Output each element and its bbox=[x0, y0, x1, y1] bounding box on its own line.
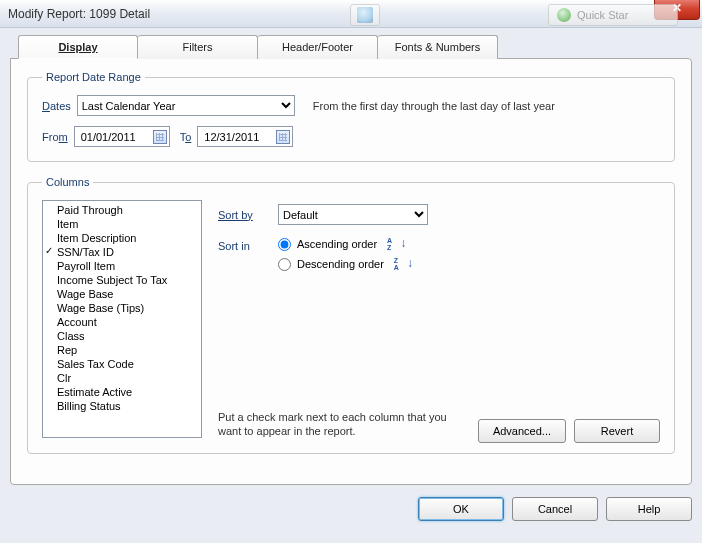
column-item[interactable]: Account bbox=[43, 315, 201, 329]
columns-legend: Columns bbox=[42, 176, 93, 188]
sort-in-label: Sort in bbox=[218, 237, 268, 252]
from-label: From bbox=[42, 131, 68, 143]
to-label: To bbox=[180, 131, 192, 143]
calendar-icon[interactable] bbox=[153, 130, 167, 144]
sort-asc-radio[interactable] bbox=[278, 238, 291, 251]
tab-panel-display: Report Date Range Dates Last Calendar Ye… bbox=[10, 58, 692, 485]
sort-by-label: Sort by bbox=[218, 209, 268, 221]
sort-asc-icon: AZ bbox=[387, 237, 392, 251]
column-item[interactable]: Wage Base bbox=[43, 287, 201, 301]
column-item[interactable]: Item Description bbox=[43, 231, 201, 245]
tab-fonts-numbers[interactable]: Fonts & Numbers bbox=[378, 35, 498, 59]
bg-icon-2 bbox=[557, 8, 571, 22]
column-item[interactable]: Estimate Active bbox=[43, 385, 201, 399]
column-item[interactable]: SSN/Tax ID bbox=[43, 245, 201, 259]
bg-toolbar-button-2: Quick Star bbox=[548, 4, 678, 26]
from-date-field[interactable] bbox=[74, 126, 170, 147]
tabstrip: Display Filters Header/Footer Fonts & Nu… bbox=[18, 34, 692, 58]
arrow-down-icon: ↓ bbox=[407, 256, 413, 270]
from-date-input[interactable] bbox=[79, 130, 149, 144]
revert-button[interactable]: Revert bbox=[574, 419, 660, 443]
columns-hint: Put a check mark next to each column tha… bbox=[218, 410, 448, 438]
columns-listbox[interactable]: Paid ThroughItemItem DescriptionSSN/Tax … bbox=[42, 200, 202, 438]
bg-toolbar-button-1 bbox=[350, 4, 380, 26]
to-date-field[interactable] bbox=[197, 126, 293, 147]
arrow-down-icon: ↓ bbox=[400, 236, 406, 250]
sort-desc-icon: ZA bbox=[394, 257, 399, 271]
sort-by-select[interactable]: Default bbox=[278, 204, 428, 225]
sort-desc-label: Descending order bbox=[297, 258, 384, 270]
bg-label-2: Quick Star bbox=[577, 9, 628, 21]
column-item[interactable]: Wage Base (Tips) bbox=[43, 301, 201, 315]
column-item[interactable]: Item bbox=[43, 217, 201, 231]
tab-display[interactable]: Display bbox=[18, 35, 138, 59]
column-item[interactable]: Payroll Item bbox=[43, 259, 201, 273]
column-item[interactable]: Paid Through bbox=[43, 203, 201, 217]
column-item[interactable]: Class bbox=[43, 329, 201, 343]
help-button[interactable]: Help bbox=[606, 497, 692, 521]
date-range-legend: Report Date Range bbox=[42, 71, 145, 83]
dates-hint: From the first day through the last day … bbox=[313, 100, 555, 112]
sort-asc-option[interactable]: Ascending order AZ↓ bbox=[278, 237, 413, 251]
sort-asc-label: Ascending order bbox=[297, 238, 377, 250]
advanced-button[interactable]: Advanced... bbox=[478, 419, 566, 443]
window-title: Modify Report: 1099 Detail bbox=[8, 7, 150, 21]
tab-header-footer[interactable]: Header/Footer bbox=[258, 35, 378, 59]
column-item[interactable]: Sales Tax Code bbox=[43, 357, 201, 371]
to-date-input[interactable] bbox=[202, 130, 272, 144]
dialog-button-row: OK Cancel Help bbox=[10, 497, 692, 521]
columns-group: Columns Paid ThroughItemItem Description… bbox=[27, 176, 675, 454]
calendar-icon[interactable] bbox=[276, 130, 290, 144]
sort-desc-radio[interactable] bbox=[278, 258, 291, 271]
column-item[interactable]: Rep bbox=[43, 343, 201, 357]
date-range-group: Report Date Range Dates Last Calendar Ye… bbox=[27, 71, 675, 162]
ok-button[interactable]: OK bbox=[418, 497, 504, 521]
bg-icon-1 bbox=[357, 7, 373, 23]
cancel-button[interactable]: Cancel bbox=[512, 497, 598, 521]
dates-preset-select[interactable]: Last Calendar Year bbox=[77, 95, 295, 116]
column-item[interactable]: Clr bbox=[43, 371, 201, 385]
dates-label: Dates bbox=[42, 100, 71, 112]
sort-desc-option[interactable]: Descending order ZA↓ bbox=[278, 257, 413, 271]
column-item[interactable]: Income Subject To Tax bbox=[43, 273, 201, 287]
column-item[interactable]: Billing Status bbox=[43, 399, 201, 413]
tab-filters[interactable]: Filters bbox=[138, 35, 258, 59]
